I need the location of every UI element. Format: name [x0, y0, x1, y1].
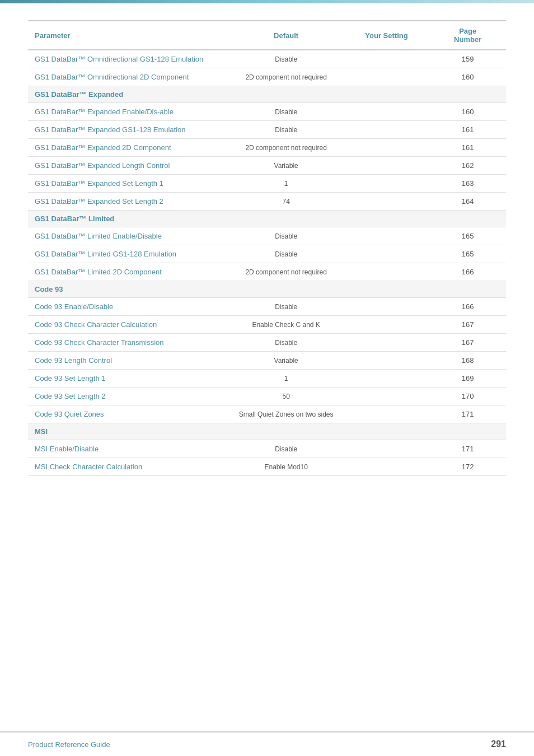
table-row: GS1 DataBar™ Expanded GS1-128 EmulationD…: [28, 121, 506, 139]
param-your-setting: [344, 139, 430, 157]
param-default: Small Quiet Zones on two sides: [229, 405, 344, 423]
section-header-label: MSI: [28, 423, 506, 440]
param-default: 1: [229, 370, 344, 388]
table-row: Code 93 Set Length 250170: [28, 388, 506, 405]
param-name: Code 93 Set Length 2: [28, 388, 229, 405]
param-your-setting: [344, 193, 430, 211]
param-name: GS1 DataBar™ Expanded Enable/Dis-able: [28, 103, 229, 121]
param-your-setting: [344, 121, 430, 139]
table-row: Code 93 Check Character CalculationEnabl…: [28, 316, 506, 334]
table-row: GS1 DataBar™ Omnidirectional GS1-128 Emu…: [28, 50, 506, 68]
param-name: Code 93 Check Character Transmission: [28, 334, 229, 352]
header-page-number: PageNumber: [429, 21, 506, 50]
section-header-label: GS1 DataBar™ Expanded: [28, 86, 506, 103]
param-page: 171: [429, 440, 506, 458]
param-page: 162: [429, 157, 506, 175]
table-row: GS1 DataBar™ Limited GS1-128 EmulationDi…: [28, 245, 506, 263]
param-page: 165: [429, 245, 506, 263]
param-default: Disable: [229, 440, 344, 458]
table-row: MSI Enable/DisableDisable171: [28, 440, 506, 458]
header-default: Default: [229, 21, 344, 50]
page-footer: Product Reference Guide 291: [0, 731, 534, 756]
param-default: 74: [229, 193, 344, 211]
param-page: 166: [429, 263, 506, 281]
param-your-setting: [344, 263, 430, 281]
param-your-setting: [344, 352, 430, 370]
param-default: Disable: [229, 227, 344, 245]
table-row: GS1 DataBar™ Expanded Enable/Dis-ableDis…: [28, 103, 506, 121]
param-default: Enable Mod10: [229, 458, 344, 476]
param-your-setting: [344, 103, 430, 121]
param-default: 2D component not required: [229, 263, 344, 281]
table-row: GS1 DataBar™ Expanded Set Length 11163: [28, 175, 506, 193]
param-page: 165: [429, 227, 506, 245]
param-your-setting: [344, 175, 430, 193]
param-page: 169: [429, 370, 506, 388]
section-header-label: Code 93: [28, 281, 506, 298]
header-parameter: Parameter: [28, 21, 229, 50]
param-your-setting: [344, 334, 430, 352]
table-row: Code 93 Set Length 11169: [28, 370, 506, 388]
footer-title: Product Reference Guide: [28, 740, 110, 749]
table-body: GS1 DataBar™ Omnidirectional GS1-128 Emu…: [28, 50, 506, 476]
param-default: Disable: [229, 298, 344, 316]
param-name: MSI Enable/Disable: [28, 440, 229, 458]
param-your-setting: [344, 68, 430, 86]
param-page: 163: [429, 175, 506, 193]
param-page: 171: [429, 405, 506, 423]
param-your-setting: [344, 440, 430, 458]
param-name: MSI Check Character Calculation: [28, 458, 229, 476]
table-row: GS1 DataBar™ Omnidirectional 2D Componen…: [28, 68, 506, 86]
param-default: Disable: [229, 103, 344, 121]
table-row: Code 93 Length ControlVariable168: [28, 352, 506, 370]
footer-page-number: 291: [491, 739, 506, 749]
table-row: MSI Check Character CalculationEnable Mo…: [28, 458, 506, 476]
param-name: GS1 DataBar™ Expanded Set Length 1: [28, 175, 229, 193]
param-default: 2D component not required: [229, 68, 344, 86]
param-your-setting: [344, 388, 430, 405]
param-your-setting: [344, 157, 430, 175]
param-page: 172: [429, 458, 506, 476]
param-your-setting: [344, 298, 430, 316]
table-row: Code 93 Enable/DisableDisable166: [28, 298, 506, 316]
param-default: Variable: [229, 352, 344, 370]
param-your-setting: [344, 405, 430, 423]
section-header-label: GS1 DataBar™ Limited: [28, 211, 506, 227]
param-default: Disable: [229, 334, 344, 352]
param-name: GS1 DataBar™ Expanded Set Length 2: [28, 193, 229, 211]
param-your-setting: [344, 227, 430, 245]
param-name: Code 93 Enable/Disable: [28, 298, 229, 316]
param-default: 2D component not required: [229, 139, 344, 157]
table-row: GS1 DataBar™ Limited Enable/DisableDisab…: [28, 227, 506, 245]
param-name: Code 93 Check Character Calculation: [28, 316, 229, 334]
param-page: 168: [429, 352, 506, 370]
table-row: GS1 DataBar™ Limited 2D Component2D comp…: [28, 263, 506, 281]
param-default: 1: [229, 175, 344, 193]
param-name: GS1 DataBar™ Expanded GS1-128 Emulation: [28, 121, 229, 139]
page-container: Parameter Default Your Setting PageNumbe…: [0, 0, 534, 756]
param-name: GS1 DataBar™ Omnidirectional GS1-128 Emu…: [28, 50, 229, 68]
param-name: Code 93 Quiet Zones: [28, 405, 229, 423]
param-page: 161: [429, 139, 506, 157]
param-your-setting: [344, 370, 430, 388]
param-page: 161: [429, 121, 506, 139]
param-name: GS1 DataBar™ Limited GS1-128 Emulation: [28, 245, 229, 263]
param-name: GS1 DataBar™ Limited 2D Component: [28, 263, 229, 281]
param-page: 164: [429, 193, 506, 211]
param-your-setting: [344, 458, 430, 476]
param-name: GS1 DataBar™ Omnidirectional 2D Componen…: [28, 68, 229, 86]
param-page: 160: [429, 68, 506, 86]
section-header-row: Code 93: [28, 281, 506, 298]
content-area: Parameter Default Your Setting PageNumbe…: [0, 3, 534, 731]
param-page: 167: [429, 316, 506, 334]
param-name: Code 93 Set Length 1: [28, 370, 229, 388]
table-row: GS1 DataBar™ Expanded Set Length 274164: [28, 193, 506, 211]
param-name: GS1 DataBar™ Expanded 2D Component: [28, 139, 229, 157]
table-row: Code 93 Check Character TransmissionDisa…: [28, 334, 506, 352]
param-name: Code 93 Length Control: [28, 352, 229, 370]
param-page: 166: [429, 298, 506, 316]
param-default: Disable: [229, 50, 344, 68]
header-your-setting: Your Setting: [344, 21, 430, 50]
param-page: 167: [429, 334, 506, 352]
param-default: Enable Check C and K: [229, 316, 344, 334]
